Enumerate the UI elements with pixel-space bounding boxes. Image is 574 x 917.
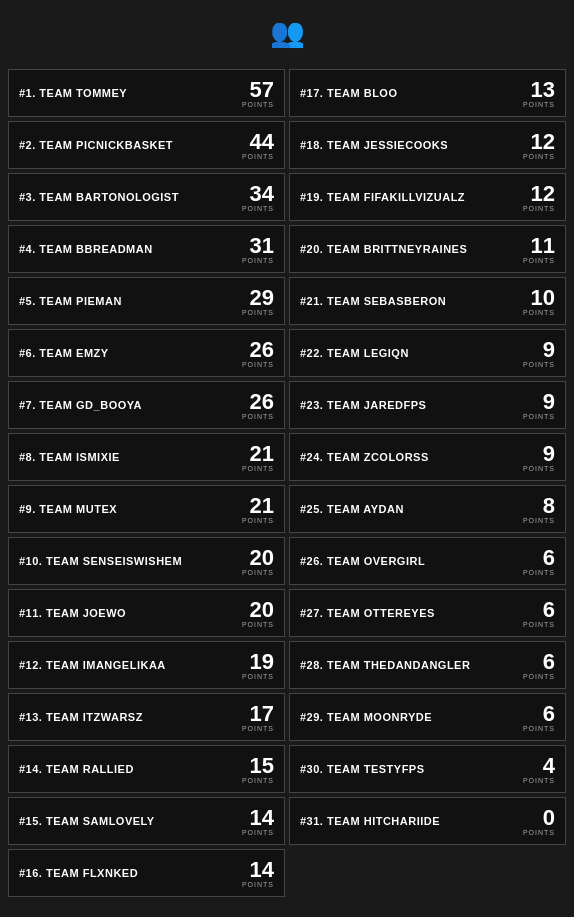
points-label: POINTS bbox=[242, 569, 274, 576]
team-name: #7. TEAM GD_BOOYA bbox=[19, 399, 142, 411]
team-info: #11. TEAM JOEWO bbox=[19, 607, 126, 619]
points-block: 9POINTS bbox=[523, 443, 555, 472]
team-info: #10. TEAM SENSEISWISHEM bbox=[19, 555, 182, 567]
points-label: POINTS bbox=[242, 673, 274, 680]
team-name: #10. TEAM SENSEISWISHEM bbox=[19, 555, 182, 567]
points-label: POINTS bbox=[523, 777, 555, 784]
points-label: POINTS bbox=[242, 517, 274, 524]
team-name: #20. TEAM BRITTNEYRAINES bbox=[300, 243, 467, 255]
score-item: #2. TEAM PICNICKBASKET44POINTS bbox=[8, 121, 285, 169]
score-item: #10. TEAM SENSEISWISHEM20POINTS bbox=[8, 537, 285, 585]
points-value: 44 bbox=[250, 131, 274, 153]
points-label: POINTS bbox=[242, 829, 274, 836]
score-item: #9. TEAM MUTEX21POINTS bbox=[8, 485, 285, 533]
points-block: 21POINTS bbox=[242, 495, 274, 524]
points-value: 31 bbox=[250, 235, 274, 257]
points-value: 57 bbox=[250, 79, 274, 101]
points-label: POINTS bbox=[242, 361, 274, 368]
team-name: #28. TEAM THEDANDANGLER bbox=[300, 659, 470, 671]
points-label: POINTS bbox=[523, 309, 555, 316]
points-value: 26 bbox=[250, 339, 274, 361]
score-item: #23. TEAM JAREDFPS9POINTS bbox=[289, 381, 566, 429]
score-item: #8. TEAM ISMIXIE21POINTS bbox=[8, 433, 285, 481]
score-item: #18. TEAM JESSIECOOKS12POINTS bbox=[289, 121, 566, 169]
team-info: #28. TEAM THEDANDANGLER bbox=[300, 659, 470, 671]
points-block: 9POINTS bbox=[523, 339, 555, 368]
points-value: 6 bbox=[543, 703, 555, 725]
team-name: #5. TEAM PIEMAN bbox=[19, 295, 122, 307]
points-value: 15 bbox=[250, 755, 274, 777]
team-name: #23. TEAM JAREDFPS bbox=[300, 399, 426, 411]
points-value: 12 bbox=[531, 131, 555, 153]
page-header: 👥 bbox=[0, 0, 574, 65]
points-value: 0 bbox=[543, 807, 555, 829]
score-item: #17. TEAM BLOO13POINTS bbox=[289, 69, 566, 117]
team-info: #15. TEAM SAMLOVELY bbox=[19, 815, 155, 827]
score-item: #3. TEAM BARTONOLOGIST34POINTS bbox=[8, 173, 285, 221]
points-value: 4 bbox=[543, 755, 555, 777]
points-value: 21 bbox=[250, 495, 274, 517]
team-info: #9. TEAM MUTEX bbox=[19, 503, 117, 515]
points-block: 26POINTS bbox=[242, 339, 274, 368]
team-name: #4. TEAM BBREADMAN bbox=[19, 243, 153, 255]
team-name: #31. TEAM HITCHARIIDE bbox=[300, 815, 440, 827]
points-label: POINTS bbox=[242, 777, 274, 784]
points-label: POINTS bbox=[242, 205, 274, 212]
score-item: #25. TEAM AYDAN8POINTS bbox=[289, 485, 566, 533]
score-item: #29. TEAM MOONRYDE6POINTS bbox=[289, 693, 566, 741]
points-block: 44POINTS bbox=[242, 131, 274, 160]
points-label: POINTS bbox=[523, 569, 555, 576]
points-value: 13 bbox=[531, 79, 555, 101]
score-item: #27. TEAM OTTEREYES6POINTS bbox=[289, 589, 566, 637]
score-item: #22. TEAM LEGIQN9POINTS bbox=[289, 329, 566, 377]
score-item: #6. TEAM EMZY26POINTS bbox=[8, 329, 285, 377]
team-name: #19. TEAM FIFAKILLVIZUALZ bbox=[300, 191, 465, 203]
points-value: 9 bbox=[543, 443, 555, 465]
points-block: 4POINTS bbox=[523, 755, 555, 784]
points-value: 11 bbox=[531, 235, 555, 257]
team-info: #25. TEAM AYDAN bbox=[300, 503, 404, 515]
points-block: 9POINTS bbox=[523, 391, 555, 420]
points-value: 9 bbox=[543, 339, 555, 361]
team-name: #2. TEAM PICNICKBASKET bbox=[19, 139, 173, 151]
score-item: #28. TEAM THEDANDANGLER6POINTS bbox=[289, 641, 566, 689]
points-value: 26 bbox=[250, 391, 274, 413]
score-item: #5. TEAM PIEMAN29POINTS bbox=[8, 277, 285, 325]
team-name: #15. TEAM SAMLOVELY bbox=[19, 815, 155, 827]
team-name: #12. TEAM IMANGELIKAA bbox=[19, 659, 166, 671]
team-info: #30. TEAM TESTYFPS bbox=[300, 763, 425, 775]
points-label: POINTS bbox=[242, 465, 274, 472]
points-value: 29 bbox=[250, 287, 274, 309]
points-value: 20 bbox=[250, 599, 274, 621]
team-info: #23. TEAM JAREDFPS bbox=[300, 399, 426, 411]
points-label: POINTS bbox=[523, 153, 555, 160]
points-value: 20 bbox=[250, 547, 274, 569]
points-block: 19POINTS bbox=[242, 651, 274, 680]
score-item: #30. TEAM TESTYFPS4POINTS bbox=[289, 745, 566, 793]
team-info: #7. TEAM GD_BOOYA bbox=[19, 399, 142, 411]
team-info: #19. TEAM FIFAKILLVIZUALZ bbox=[300, 191, 465, 203]
points-label: POINTS bbox=[242, 101, 274, 108]
team-info: #16. TEAM FLXNKED bbox=[19, 867, 138, 879]
points-block: 34POINTS bbox=[242, 183, 274, 212]
team-info: #18. TEAM JESSIECOOKS bbox=[300, 139, 448, 151]
team-info: #4. TEAM BBREADMAN bbox=[19, 243, 153, 255]
points-block: 10POINTS bbox=[523, 287, 555, 316]
score-item: #12. TEAM IMANGELIKAA19POINTS bbox=[8, 641, 285, 689]
points-label: POINTS bbox=[523, 257, 555, 264]
score-item: #4. TEAM BBREADMAN31POINTS bbox=[8, 225, 285, 273]
points-block: 20POINTS bbox=[242, 547, 274, 576]
score-item: #24. TEAM ZCOLORSS9POINTS bbox=[289, 433, 566, 481]
points-label: POINTS bbox=[242, 153, 274, 160]
team-info: #5. TEAM PIEMAN bbox=[19, 295, 122, 307]
team-info: #12. TEAM IMANGELIKAA bbox=[19, 659, 166, 671]
team-name: #24. TEAM ZCOLORSS bbox=[300, 451, 429, 463]
score-item: #16. TEAM FLXNKED14POINTS bbox=[8, 849, 285, 897]
score-item: #11. TEAM JOEWO20POINTS bbox=[8, 589, 285, 637]
points-block: 57POINTS bbox=[242, 79, 274, 108]
points-block: 6POINTS bbox=[523, 651, 555, 680]
points-label: POINTS bbox=[523, 361, 555, 368]
points-label: POINTS bbox=[523, 465, 555, 472]
team-info: #29. TEAM MOONRYDE bbox=[300, 711, 432, 723]
points-value: 14 bbox=[250, 859, 274, 881]
